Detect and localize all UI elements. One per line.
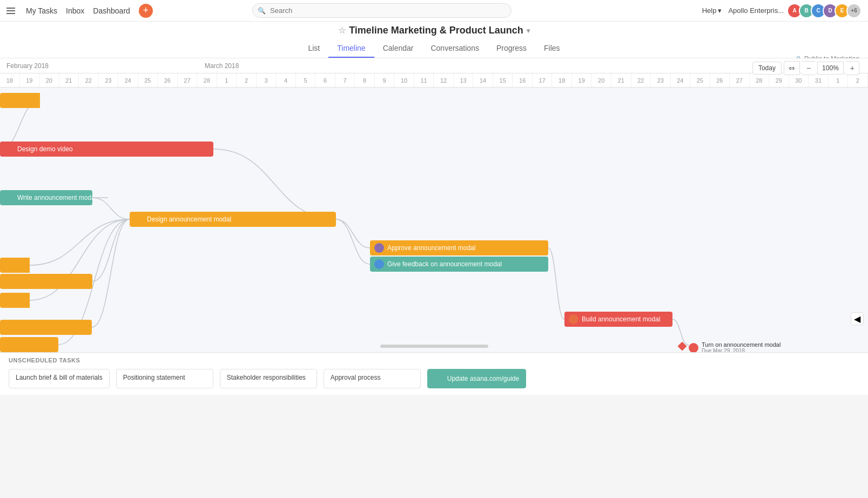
task-bar-5[interactable] (0, 258, 30, 273)
task-label-build-announcement: Build announcement modal (582, 315, 660, 323)
unscheduled-task-3[interactable]: Stakeholder responsibilities (220, 369, 317, 388)
search-bar: 🔍 (252, 3, 512, 18)
day-cell: 21 (611, 73, 631, 87)
day-cell: 22 (631, 73, 651, 87)
sidebar-toggle[interactable]: ◀ (851, 312, 864, 325)
enterprise-label[interactable]: Apollo Enterpris... (728, 6, 784, 15)
avatar-group: A B C D E +6 (790, 3, 862, 18)
day-cell: 1 (217, 73, 237, 87)
unscheduled-avatar (434, 374, 444, 383)
task-bar-1[interactable] (0, 93, 40, 108)
task-bar-design-announcement[interactable]: Design announcement modal (130, 212, 336, 227)
day-cell: 18 (552, 73, 572, 87)
day-cell: 28 (750, 73, 770, 87)
month-feb: February 2018 (2, 62, 53, 70)
days-row: 1819202122232425262728123456789101112131… (0, 73, 868, 88)
day-cell: 3 (257, 73, 277, 87)
day-cell: 1 (829, 73, 849, 87)
day-cell: 5 (296, 73, 316, 87)
search-input[interactable] (252, 3, 512, 18)
fit-button[interactable]: ⇔ (784, 61, 800, 75)
zoom-out-button[interactable]: − (802, 61, 815, 75)
day-cell: 23 (99, 73, 119, 87)
day-cell: 19 (20, 73, 40, 87)
day-cell: 14 (473, 73, 493, 87)
zoom-in-button[interactable]: + (846, 61, 859, 75)
task-label-give-feedback: Give feedback on announcement modal (387, 260, 502, 268)
my-tasks-link[interactable]: My Tasks (26, 6, 57, 15)
task-bar-design-demo-video[interactable]: Design demo video (0, 142, 213, 157)
zoom-level: 100% (817, 62, 844, 75)
tab-files[interactable]: Files (535, 39, 569, 58)
today-button[interactable]: Today (752, 62, 782, 75)
day-cell: 27 (178, 73, 198, 87)
unscheduled-section: UNSCHEDULED TASKS Launch brief & bill of… (0, 352, 868, 395)
tab-list[interactable]: List (299, 39, 328, 58)
task-bar-write-announcement[interactable]: Write announcement modal copy (0, 190, 92, 205)
task-bar-give-feedback[interactable]: Give feedback on announcement modal (370, 257, 548, 272)
inbox-link[interactable]: Inbox (66, 6, 84, 15)
tab-timeline[interactable]: Timeline (328, 39, 374, 58)
hamburger-menu[interactable] (6, 5, 17, 16)
avatar-task4 (134, 214, 144, 224)
day-cell: 27 (730, 73, 750, 87)
day-cell: 6 (315, 73, 335, 87)
day-cell: 24 (671, 73, 691, 87)
unscheduled-task-1[interactable]: Launch brief & bill of materials (9, 369, 110, 388)
unscheduled-task-2[interactable]: Positioning statement (116, 369, 213, 388)
task-label-design-announcement: Design announcement modal (147, 216, 231, 223)
milestone-container: Turn on announcement modal Due Mar 29, 2… (689, 341, 780, 352)
task-label-design-demo-video: Design demo video (17, 145, 73, 153)
top-nav: My Tasks Inbox Dashboard + 🔍 Help ▾ Apol… (0, 0, 868, 22)
day-cell: 12 (434, 73, 454, 87)
day-cell: 9 (375, 73, 395, 87)
unscheduled-task-5[interactable]: Update asana.com/guide (427, 369, 526, 388)
day-cell: 26 (158, 73, 178, 87)
dashboard-link[interactable]: Dashboard (93, 6, 130, 15)
timeline-content[interactable]: Design demo video Write announcement mod… (0, 88, 868, 352)
milestone-avatar (689, 343, 698, 353)
task-bar-approve-announcement[interactable]: Approve announcement modal (370, 240, 548, 255)
timeline-wrapper: February 2018 March 2018 April 2018 Toda… (0, 58, 868, 395)
task-bar-8[interactable] (0, 320, 92, 335)
task-bar-7[interactable] (0, 293, 30, 308)
day-cell: 28 (197, 73, 217, 87)
day-cell: 7 (335, 73, 355, 87)
scrollbar[interactable] (380, 345, 488, 348)
milestone-text: Turn on announcement modal Due Mar 29, 2… (702, 341, 780, 352)
avatar-task2 (4, 144, 14, 154)
star-icon[interactable]: ☆ (338, 25, 346, 36)
unscheduled-task-5-label: Update asana.com/guide (447, 375, 519, 382)
tab-conversations[interactable]: Conversations (422, 39, 488, 58)
task-bar-6[interactable] (0, 274, 92, 289)
nav-right: Help ▾ Apollo Enterpris... A B C D E +6 (702, 3, 862, 18)
avatar-task11 (374, 259, 384, 269)
day-cell: 31 (809, 73, 829, 87)
help-link[interactable]: Help ▾ (702, 6, 722, 15)
project-title[interactable]: ☆ Timeline Marketing & Product Launch ▾ (338, 25, 530, 36)
day-cell: 25 (690, 73, 710, 87)
tab-progress[interactable]: Progress (488, 39, 535, 58)
task-bar-build-announcement[interactable]: Build announcement modal (564, 312, 672, 327)
tab-calendar[interactable]: Calendar (374, 39, 422, 58)
unscheduled-tasks-list: Launch brief & bill of materials Positio… (0, 366, 868, 395)
day-cell: 29 (769, 73, 789, 87)
timeline-controls: Today ⇔ − 100% + (752, 61, 859, 75)
project-title-text: Timeline Marketing & Product Launch (349, 25, 523, 36)
unscheduled-task-4[interactable]: Approval process (324, 369, 421, 388)
chevron-down-icon[interactable]: ▾ (527, 27, 530, 35)
avatar-count[interactable]: +6 (846, 3, 862, 18)
day-cell: 23 (651, 73, 671, 87)
task-label-write-announcement: Write announcement modal copy (17, 194, 92, 201)
day-cell: 11 (414, 73, 434, 87)
day-cell: 21 (59, 73, 79, 87)
avatar-task3 (4, 193, 14, 203)
project-header: ☆ Timeline Marketing & Product Launch ▾ … (0, 22, 868, 58)
day-cell: 19 (572, 73, 592, 87)
task-bar-9[interactable] (0, 337, 58, 352)
day-cell: 18 (0, 73, 20, 87)
day-cell: 30 (789, 73, 809, 87)
add-button[interactable]: + (139, 4, 153, 18)
day-cell: 22 (79, 73, 99, 87)
milestone-label: Turn on announcement modal (702, 341, 780, 348)
